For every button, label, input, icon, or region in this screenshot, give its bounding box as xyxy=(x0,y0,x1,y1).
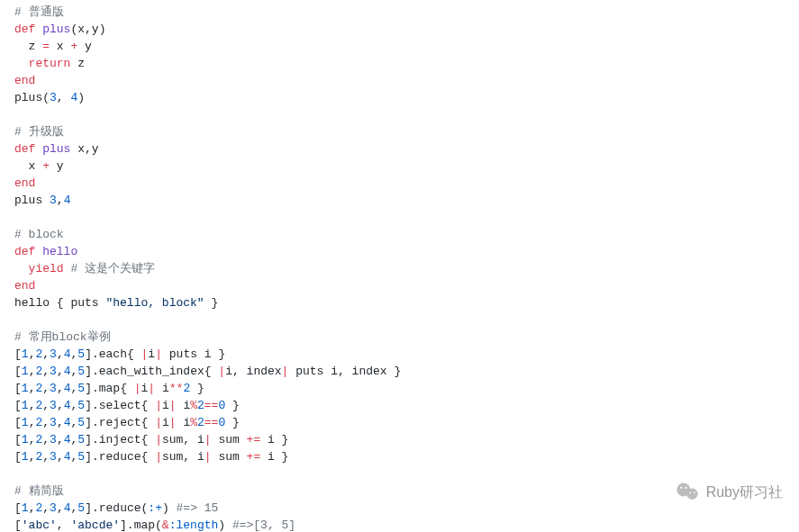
token-num: 1 xyxy=(22,450,29,464)
token-plain: i, index xyxy=(225,365,281,378)
token-op: | xyxy=(155,450,162,464)
token-plain: plus xyxy=(14,194,50,207)
code-line: x + y xyxy=(14,158,799,175)
token-keyword: def xyxy=(14,245,35,258)
token-plain: [ xyxy=(14,365,22,378)
token-sym: :+ xyxy=(148,501,162,515)
token-func: plus xyxy=(42,23,70,36)
token-num: 1 xyxy=(22,382,29,395)
token-num: 4 xyxy=(64,347,71,361)
token-keyword: return xyxy=(29,57,71,70)
token-num: 3 xyxy=(50,501,57,515)
token-plain: ) xyxy=(77,91,85,104)
token-plain: z xyxy=(14,40,42,53)
token-plain: [ xyxy=(14,382,22,395)
token-plain: ].reduce( xyxy=(85,501,148,515)
token-plain: i } xyxy=(260,450,288,464)
token-plain: x,y xyxy=(70,142,98,156)
token-plain: plus( xyxy=(14,91,50,104)
token-plain: , xyxy=(42,399,50,412)
token-op: == xyxy=(204,399,219,412)
token-plain: } xyxy=(190,382,204,395)
token-comment: # 普通版 xyxy=(14,5,64,19)
token-comment: #=> 15 xyxy=(177,501,219,515)
token-plain: sum, i xyxy=(162,433,204,446)
token-plain: ].inject{ xyxy=(85,433,155,446)
token-plain: ].each_with_index{ xyxy=(85,365,218,378)
token-plain: ) xyxy=(162,501,177,515)
code-line: # 升级版 xyxy=(14,123,799,140)
token-op: | xyxy=(155,347,162,361)
token-plain: , xyxy=(57,382,64,395)
token-plain: hello { puts xyxy=(14,296,105,310)
token-plain: x xyxy=(50,40,70,53)
token-num: 3 xyxy=(50,399,57,412)
code-line: plus(3, 4) xyxy=(14,89,799,106)
token-comment: # 这是个关键字 xyxy=(70,262,155,275)
token-op: | xyxy=(169,416,177,429)
token-num: 1 xyxy=(22,399,29,412)
token-num: 3 xyxy=(50,450,57,464)
token-num: 4 xyxy=(64,194,71,207)
token-plain xyxy=(14,57,29,70)
token-num: 2 xyxy=(197,399,204,412)
token-op: % xyxy=(190,399,197,412)
token-plain: , xyxy=(42,501,50,515)
token-num: 4 xyxy=(64,450,71,464)
token-num: 3 xyxy=(50,382,57,395)
token-op: | xyxy=(148,382,155,395)
token-num: 1 xyxy=(22,433,29,446)
token-comment: #=>[3, 5] xyxy=(232,518,295,532)
token-plain: , xyxy=(57,347,64,361)
code-line: ['abc', 'abcde'].map(&:length) #=>[3, 5] xyxy=(14,517,799,532)
token-num: 1 xyxy=(22,416,29,429)
token-plain: , xyxy=(57,501,64,515)
code-line: return z xyxy=(14,55,799,72)
token-plain: z xyxy=(70,57,85,70)
code-line xyxy=(14,209,799,226)
token-plain: ].each{ xyxy=(85,347,141,361)
token-op: | xyxy=(155,399,162,412)
token-op: += xyxy=(247,433,261,446)
code-line: [1,2,3,4,5].inject{ |sum, i| sum += i } xyxy=(14,431,799,448)
token-plain: puts i, index } xyxy=(288,365,401,378)
code-line: end xyxy=(14,175,799,192)
token-num: 3 xyxy=(50,365,57,378)
token-keyword: end xyxy=(14,74,35,87)
token-num: 3 xyxy=(50,433,57,446)
token-plain: sum xyxy=(212,433,247,446)
code-line: [1,2,3,4,5].each_with_index{ |i, index| … xyxy=(14,363,799,380)
token-op: | xyxy=(155,416,162,429)
token-plain: , xyxy=(42,433,50,446)
token-plain: [ xyxy=(14,501,22,515)
token-keyword: def xyxy=(14,23,35,36)
token-op: == xyxy=(204,416,219,429)
token-num: 5 xyxy=(77,365,85,378)
code-line xyxy=(14,311,799,329)
token-comment: # 常用block举例 xyxy=(14,330,111,344)
token-op: & xyxy=(162,518,169,532)
token-plain: i xyxy=(148,347,155,361)
code-line: plus 3,4 xyxy=(14,192,799,209)
token-plain: ].map( xyxy=(120,518,162,532)
code-line: def plus x,y xyxy=(14,140,799,158)
code-line: end xyxy=(14,72,799,89)
token-plain: ) xyxy=(218,518,232,532)
token-num: 5 xyxy=(77,399,85,412)
code-line xyxy=(14,106,799,123)
token-plain: } xyxy=(225,416,240,429)
token-comment: # 升级版 xyxy=(14,125,64,139)
code-line: # block xyxy=(14,226,799,243)
token-plain: , xyxy=(42,365,50,378)
token-plain: (x,y) xyxy=(70,23,105,36)
token-comment: # block xyxy=(14,228,64,241)
token-op: ** xyxy=(169,382,184,395)
code-line: [1,2,3,4,5].reduce{ |sum, i| sum += i } xyxy=(14,448,799,465)
token-plain: , xyxy=(57,433,64,446)
token-func: hello xyxy=(42,245,77,258)
token-comment: # 精简版 xyxy=(14,484,64,498)
token-string: "hello, block" xyxy=(105,296,204,310)
code-line: def hello xyxy=(14,243,799,260)
token-plain: ].map{ xyxy=(85,382,134,395)
token-num: 1 xyxy=(22,501,29,515)
